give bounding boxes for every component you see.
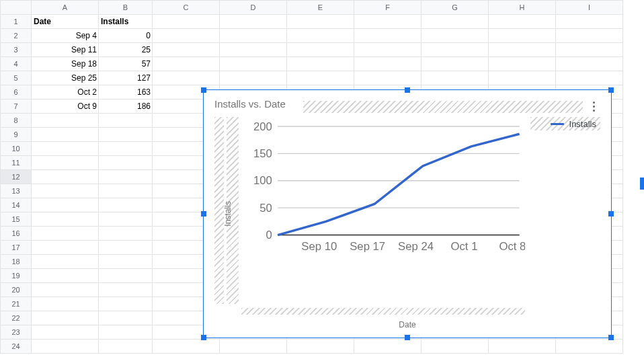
chart-ylabel[interactable]: Installs <box>223 201 233 226</box>
cell-D24[interactable] <box>220 340 287 354</box>
cell-C4[interactable] <box>153 57 220 71</box>
row-header-12[interactable]: 12 <box>1 170 32 184</box>
cell-E1[interactable] <box>287 15 354 29</box>
chart-plot-area[interactable]: 050100150200Sep 10Sep 17Sep 24Oct 1Oct 8 <box>244 117 525 258</box>
cell-C3[interactable] <box>153 43 220 57</box>
row-header-22[interactable]: 22 <box>1 311 32 325</box>
cell-A16[interactable] <box>32 227 99 241</box>
row-header-7[interactable]: 7 <box>1 100 32 114</box>
cell-C2[interactable] <box>153 29 220 43</box>
cell-I3[interactable] <box>556 43 623 57</box>
cell-A23[interactable] <box>32 325 99 340</box>
cell-E4[interactable] <box>287 57 354 71</box>
resize-handle-bl[interactable] <box>201 335 206 340</box>
cell-E2[interactable] <box>287 29 354 43</box>
cell-A19[interactable] <box>32 269 99 283</box>
cell-C1[interactable] <box>153 15 220 29</box>
col-header-I[interactable]: I <box>556 1 623 15</box>
resize-handle-ml[interactable] <box>201 211 206 216</box>
row-header-19[interactable]: 19 <box>1 269 32 283</box>
cell-G3[interactable] <box>421 43 489 57</box>
cell-B6[interactable]: 163 <box>99 85 153 100</box>
cell-I2[interactable] <box>556 29 623 43</box>
resize-handle-tr[interactable] <box>608 87 614 93</box>
cell-B1[interactable]: Installs <box>99 15 153 29</box>
row-header-8[interactable]: 8 <box>1 114 32 128</box>
cell-A1[interactable]: Date <box>32 15 99 29</box>
row-header-18[interactable]: 18 <box>1 255 32 269</box>
cell-A14[interactable] <box>32 198 99 212</box>
explore-tab-icon[interactable] <box>640 178 644 190</box>
resize-handle-bm[interactable] <box>405 335 410 340</box>
cell-A7[interactable]: Oct 9 <box>32 100 99 114</box>
cell-H1[interactable] <box>489 15 556 29</box>
cell-C5[interactable] <box>153 71 220 85</box>
cell-F24[interactable] <box>354 340 421 354</box>
chart-legend[interactable]: Installs <box>551 119 596 129</box>
row-header-3[interactable]: 3 <box>1 43 32 57</box>
cell-B9[interactable] <box>99 128 153 142</box>
cell-C24[interactable] <box>153 340 220 354</box>
cell-D3[interactable] <box>220 43 287 57</box>
cell-D2[interactable] <box>220 29 287 43</box>
cell-D4[interactable] <box>220 57 287 71</box>
cell-D1[interactable] <box>220 15 287 29</box>
cell-A6[interactable]: Oct 2 <box>32 85 99 100</box>
cell-A9[interactable] <box>32 128 99 142</box>
cell-B17[interactable] <box>99 241 153 255</box>
row-header-24[interactable]: 24 <box>1 340 32 354</box>
cell-G4[interactable] <box>421 57 489 71</box>
chart-menu-icon[interactable] <box>587 100 600 113</box>
cell-B14[interactable] <box>99 198 153 212</box>
row-header-6[interactable]: 6 <box>1 85 32 100</box>
cell-I24[interactable] <box>556 340 623 354</box>
cell-A4[interactable]: Sep 18 <box>32 57 99 71</box>
cell-B15[interactable] <box>99 212 153 227</box>
cell-A18[interactable] <box>32 255 99 269</box>
cell-H24[interactable] <box>489 340 556 354</box>
col-header-D[interactable]: D <box>220 1 287 15</box>
cell-B4[interactable]: 57 <box>99 57 153 71</box>
chart-object[interactable]: Installs vs. Date Installs Installs 0501… <box>203 89 612 338</box>
cell-B8[interactable] <box>99 114 153 128</box>
row-header-14[interactable]: 14 <box>1 198 32 212</box>
cell-D5[interactable] <box>220 71 287 85</box>
cell-H3[interactable] <box>489 43 556 57</box>
cell-F1[interactable] <box>354 15 421 29</box>
row-header-9[interactable]: 9 <box>1 128 32 142</box>
cell-A20[interactable] <box>32 283 99 297</box>
cell-B24[interactable] <box>99 340 153 354</box>
cell-B2[interactable]: 0 <box>99 29 153 43</box>
row-header-13[interactable]: 13 <box>1 184 32 198</box>
row-header-15[interactable]: 15 <box>1 212 32 227</box>
cell-B22[interactable] <box>99 311 153 325</box>
cell-F5[interactable] <box>354 71 421 85</box>
cell-A3[interactable]: Sep 11 <box>32 43 99 57</box>
cell-B19[interactable] <box>99 269 153 283</box>
cell-E5[interactable] <box>287 71 354 85</box>
row-header-10[interactable]: 10 <box>1 142 32 156</box>
resize-handle-tm[interactable] <box>405 87 410 93</box>
cell-A11[interactable] <box>32 156 99 170</box>
cell-A10[interactable] <box>32 142 99 156</box>
cell-B20[interactable] <box>99 283 153 297</box>
cell-H5[interactable] <box>489 71 556 85</box>
cell-A15[interactable] <box>32 212 99 227</box>
cell-A12[interactable] <box>32 170 99 184</box>
chart-xlabel[interactable]: Date <box>399 320 415 329</box>
row-header-5[interactable]: 5 <box>1 71 32 85</box>
cell-A21[interactable] <box>32 297 99 311</box>
col-header-C[interactable]: C <box>153 1 220 15</box>
cell-B18[interactable] <box>99 255 153 269</box>
row-header-21[interactable]: 21 <box>1 297 32 311</box>
cell-A2[interactable]: Sep 4 <box>32 29 99 43</box>
cell-G1[interactable] <box>421 15 489 29</box>
cell-B7[interactable]: 186 <box>99 100 153 114</box>
cell-I1[interactable] <box>556 15 623 29</box>
cell-F3[interactable] <box>354 43 421 57</box>
cell-B12[interactable] <box>99 170 153 184</box>
cell-A5[interactable]: Sep 25 <box>32 71 99 85</box>
cell-B21[interactable] <box>99 297 153 311</box>
cell-A24[interactable] <box>32 340 99 354</box>
cell-A22[interactable] <box>32 311 99 325</box>
